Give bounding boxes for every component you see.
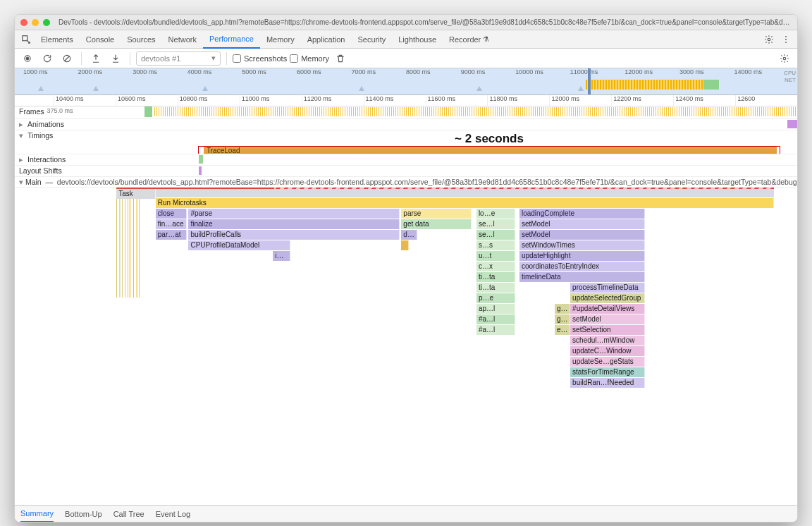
screenshots-checkbox[interactable]: Screenshots (233, 54, 287, 63)
tab-bottom-up[interactable]: Bottom-Up (65, 506, 102, 522)
flame-bar[interactable]: finalize (188, 219, 400, 229)
tab-sources[interactable]: Sources (121, 30, 161, 49)
record-icon[interactable] (19, 51, 36, 66)
flame-bar[interactable]: close (156, 209, 187, 219)
flame-bar[interactable]: setSelection (570, 325, 644, 335)
flame-bar[interactable]: data (401, 230, 417, 240)
flame-bar[interactable]: statsForTimeRange (570, 367, 644, 377)
tab-security[interactable]: Security (351, 30, 392, 49)
flame-bar[interactable]: ti…ta (476, 283, 516, 293)
tab-performance[interactable]: Performance (203, 30, 260, 49)
flame-chart[interactable]: Task Run Microtasks close #parse parse l… (15, 188, 797, 505)
flame-bar[interactable]: CPUProfileDataModel (188, 240, 290, 250)
svg-point-6 (26, 57, 29, 60)
tab-event-log[interactable]: Event Log (156, 506, 191, 522)
clear-icon[interactable] (59, 51, 75, 66)
tracks: Frames 375.0 ms ▸Animations ▾Timings ~ 2… (15, 106, 797, 505)
flame-bar[interactable]: parse (401, 209, 472, 219)
reload-record-icon[interactable] (39, 51, 56, 66)
track-layout-shifts[interactable]: Layout Shifts (15, 166, 797, 177)
layout-shift-event[interactable] (199, 166, 202, 175)
inspect-element-icon[interactable] (18, 32, 35, 47)
flame-bar[interactable]: #a…l (476, 314, 516, 324)
flame-bar[interactable]: updateSelectedGroup (570, 293, 644, 303)
minimize-window-icon[interactable] (32, 19, 39, 26)
flame-bar[interactable]: e… (555, 325, 570, 335)
animation-event[interactable] (787, 120, 797, 128)
collapse-icon[interactable]: ▾ (19, 178, 23, 186)
flame-bar[interactable]: coordinatesToEntryIndex (519, 262, 645, 271)
trash-icon[interactable] (332, 51, 349, 66)
collapse-icon[interactable]: ▾ (19, 131, 25, 140)
flame-bar[interactable]: timelineData (519, 272, 645, 282)
tab-elements[interactable]: Elements (35, 30, 80, 49)
flame-bar[interactable]: se…l (476, 219, 516, 229)
window-title: DevTools - devtools://devtools/bundled/d… (54, 18, 792, 26)
flame-bar[interactable]: par…at (156, 230, 187, 240)
tab-memory[interactable]: Memory (260, 30, 301, 49)
flame-bar[interactable]: ap…l (476, 304, 516, 314)
tab-lighthouse[interactable]: Lighthouse (392, 30, 443, 49)
flame-bar[interactable]: s…s (476, 240, 516, 250)
flame-bar[interactable]: updateC…Window (570, 346, 644, 356)
flame-bar[interactable]: setModel (570, 314, 644, 324)
titlebar: DevTools - devtools://devtools/bundled/d… (15, 15, 797, 30)
tab-network[interactable]: Network (162, 30, 203, 49)
profile-selector[interactable]: devtools #1 ▾ (136, 51, 221, 66)
flame-bar[interactable]: g… (555, 304, 570, 314)
upload-icon[interactable] (87, 51, 104, 66)
flame-bar[interactable]: g… (555, 314, 570, 324)
settings-icon[interactable] (761, 32, 777, 47)
track-interactions[interactable]: ▸Interactions (15, 154, 797, 166)
track-timings[interactable]: ▾Timings ~ 2 seconds TraceLoad (15, 130, 797, 154)
detail-ruler[interactable]: 10400 ms10600 ms 10800 ms11000 ms 11200 … (15, 95, 797, 106)
expand-icon[interactable]: ▸ (19, 120, 25, 128)
timing-traceload[interactable]: TraceLoad (204, 147, 777, 154)
flame-bar[interactable]: #a…l (476, 325, 516, 335)
capture-settings-icon[interactable] (776, 51, 793, 66)
tab-recorder[interactable]: Recorder ⚗ (443, 30, 496, 49)
flame-bar[interactable]: updateSe…geStats (570, 357, 644, 367)
flame-bar[interactable]: processTimelineData (570, 283, 644, 293)
overview-window-handle[interactable] (588, 68, 591, 94)
flame-bar[interactable]: get data (401, 219, 472, 229)
timing-annotation: ~ 2 seconds (198, 132, 780, 146)
tab-console[interactable]: Console (80, 30, 121, 49)
track-animations[interactable]: ▸Animations (15, 119, 797, 130)
flame-bar[interactable]: setWindowTimes (519, 240, 645, 250)
maximize-window-icon[interactable] (43, 19, 50, 26)
download-icon[interactable] (107, 51, 124, 66)
tab-summary[interactable]: Summary (20, 506, 54, 522)
flame-bar[interactable]: #updateDetailViews (570, 304, 644, 314)
overview-cpu-activity-2 (703, 80, 719, 90)
flame-bar[interactable]: schedul…mWindow (570, 336, 644, 345)
track-main-header[interactable]: ▾ Main — devtools://devtools/bundled/dev… (15, 177, 797, 188)
flame-bar[interactable]: #parse (188, 209, 400, 219)
expand-icon[interactable]: ▸ (19, 155, 25, 164)
more-icon[interactable] (777, 32, 794, 47)
flame-bar[interactable]: loadingComplete (519, 209, 645, 219)
overview-timeline[interactable]: 1000 ms2000 ms 3000 ms4000 ms 5000 ms600… (15, 68, 797, 95)
flame-bar[interactable]: setModel (519, 219, 645, 229)
tab-call-tree[interactable]: Call Tree (113, 506, 144, 522)
flame-bar[interactable]: fin…ace (156, 219, 187, 229)
flame-bar[interactable]: lo…e (476, 209, 516, 219)
flame-bar[interactable]: se…l (476, 230, 516, 240)
flame-bar[interactable]: p…e (476, 293, 516, 303)
tab-application[interactable]: Application (301, 30, 352, 49)
flame-bar[interactable] (401, 240, 409, 250)
track-frames[interactable]: Frames 375.0 ms (15, 106, 797, 119)
close-window-icon[interactable] (20, 19, 27, 26)
interaction-event[interactable] (199, 155, 203, 164)
flame-bar[interactable]: c…x (476, 262, 516, 271)
flame-microtasks[interactable]: Run Microtasks (156, 198, 774, 208)
flame-bar[interactable]: u…t (476, 251, 516, 261)
flame-bar[interactable]: ti…ta (476, 272, 516, 282)
flame-bar[interactable]: buildRan…fNeeded (570, 378, 644, 388)
flame-bar[interactable]: setModel (519, 230, 645, 240)
flame-bar[interactable]: buildProfileCalls (188, 230, 400, 240)
flame-bar[interactable]: i… (273, 251, 290, 261)
flame-task[interactable]: Task (116, 188, 773, 197)
memory-checkbox[interactable]: Memory (290, 54, 329, 63)
flame-bar[interactable]: updateHighlight (519, 251, 645, 261)
